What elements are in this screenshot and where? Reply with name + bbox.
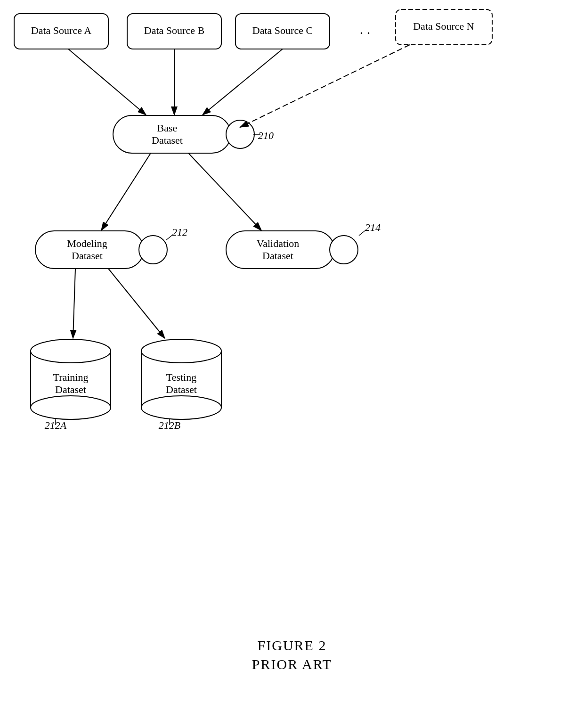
figure-subtitle: PRIOR ART: [252, 656, 332, 672]
modeling-dataset-label-2: Dataset: [72, 250, 103, 262]
data-source-n-label: Data Source N: [413, 20, 474, 32]
training-dataset-cylinder-top: [31, 339, 111, 363]
figure-title: FIGURE 2: [258, 638, 327, 653]
testing-dataset-label-1: Testing: [166, 371, 196, 383]
testing-dataset-label-2: Dataset: [166, 384, 197, 395]
training-dataset-cylinder-bottom: [31, 396, 111, 419]
training-dataset-label-1: Training: [53, 371, 89, 383]
arrow-modeling-to-training: [73, 269, 75, 338]
base-dataset-label-1: Base: [157, 122, 178, 134]
ref-210: 210: [258, 130, 274, 141]
testing-dataset-cylinder-bottom: [141, 396, 221, 419]
ellipsis-dots: . .: [360, 21, 371, 37]
ref-214: 214: [365, 221, 381, 233]
base-dataset-label-2: Dataset: [152, 134, 183, 146]
data-source-c-label: Data Source C: [252, 25, 313, 36]
testing-dataset-cylinder-top: [141, 339, 221, 363]
arrow-a-to-base: [68, 49, 146, 115]
arrow-n-to-base: [240, 45, 410, 127]
validation-dataset-circle: [330, 236, 358, 264]
diagram-container: Data Source A Data Source B Data Source …: [0, 0, 584, 728]
arrow-modeling-to-testing: [108, 269, 165, 338]
validation-dataset-label-2: Dataset: [262, 250, 293, 262]
data-source-a-label: Data Source A: [31, 25, 91, 36]
modeling-dataset-label-1: Modeling: [67, 237, 107, 249]
arrow-base-to-modeling: [101, 153, 151, 230]
base-dataset-circle: [226, 120, 254, 148]
validation-dataset-label-1: Validation: [257, 237, 299, 249]
modeling-dataset-circle: [139, 236, 167, 264]
data-source-b-label: Data Source B: [144, 25, 204, 36]
arrow-c-to-base: [203, 49, 283, 115]
arrow-base-to-validation: [188, 153, 261, 230]
ref-212: 212: [172, 226, 187, 238]
training-dataset-label-2: Dataset: [55, 384, 86, 395]
